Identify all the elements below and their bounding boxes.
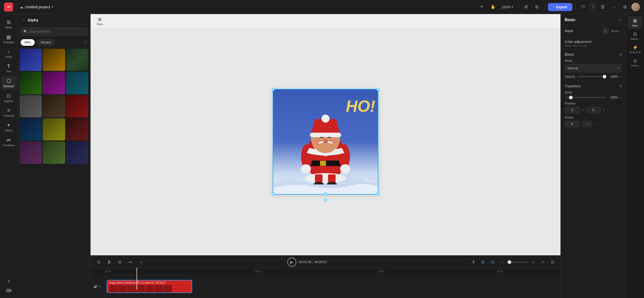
audio-split-button[interactable]: ⊞ [479, 258, 487, 266]
track-lane[interactable]: Happy Merry Christmas GIF by Hello All •… [105, 275, 560, 298]
gif-item[interactable] [20, 49, 42, 71]
mic-button[interactable]: 🎙 [469, 258, 477, 266]
sidebar-item-templates[interactable]: ▦ Templates [1, 32, 16, 46]
split-tool-button[interactable]: ⊡ [95, 258, 103, 266]
mask-row[interactable]: Mask ⊘ None › [561, 25, 626, 37]
position-y-input[interactable] [586, 107, 601, 113]
gif-item[interactable] [20, 72, 42, 94]
rotate-keyframe-button[interactable]: ◇ [594, 123, 596, 126]
play-button[interactable]: ▶ [287, 258, 296, 267]
gif-item[interactable] [43, 118, 65, 140]
gif-item[interactable] [43, 95, 65, 117]
opacity-slider[interactable] [577, 76, 606, 77]
gif-item[interactable] [66, 49, 88, 71]
download-button[interactable]: ↓▾ [137, 258, 145, 266]
gif-item[interactable] [20, 118, 42, 140]
zoom-in-button[interactable]: + [529, 258, 537, 266]
trim-button[interactable]: ⊟ [116, 258, 124, 266]
opacity-keyframe-button[interactable]: ◇ [620, 75, 622, 78]
track-thumb [164, 285, 172, 292]
stickers-filter-button[interactable]: Stickers [37, 39, 55, 46]
color-adjustment-row[interactable]: Color adjustment Basic,HSL,Curves › [561, 37, 626, 50]
gif-item[interactable] [43, 72, 65, 94]
rotate-handle[interactable] [324, 198, 327, 202]
templates-icon: ▦ [6, 34, 11, 40]
sidebar-item-transitions[interactable]: ⇌ Transitions [1, 135, 16, 149]
pencil-icon[interactable]: ✏ [99, 284, 102, 288]
help-button[interactable]: ? [590, 4, 596, 10]
gif-item[interactable] [20, 141, 42, 164]
position-x-label: X [582, 109, 584, 112]
cursor-tool-button[interactable]: ↖ [477, 3, 487, 12]
sidebar-item-audio[interactable]: ♪ Audio [1, 47, 16, 60]
keyboard-shortcuts-button[interactable]: ⌨ [1, 286, 16, 295]
svg-rect-13 [310, 133, 341, 137]
svg-point-17 [323, 139, 328, 143]
rotate-extra-input[interactable] [582, 121, 592, 127]
canvas-wrapper[interactable]: HO! [91, 28, 560, 255]
gif-item[interactable] [43, 49, 65, 71]
sidebar-item-captions[interactable]: ⊡ Captions [1, 91, 16, 105]
gif-item[interactable] [20, 95, 42, 117]
ratio-button[interactable]: ⊠ Ratio [94, 15, 106, 27]
delete-button[interactable]: 🗑 [105, 258, 113, 266]
blend-mode-select[interactable]: Normal ▾ [565, 64, 622, 72]
zoom-out-button[interactable]: − [498, 258, 506, 266]
right-panel-background[interactable]: ⊟ Backgr... [628, 29, 643, 42]
sidebar-item-text[interactable]: T Text [1, 61, 16, 75]
shield-button[interactable]: 🛡 [579, 3, 588, 12]
scale-slider[interactable] [565, 97, 606, 98]
zoom-slider-thumb[interactable] [508, 260, 511, 264]
blend-keyframe-button[interactable] [619, 53, 622, 56]
time-separator: | [312, 260, 313, 264]
back-button[interactable]: ← [22, 18, 26, 22]
export-button[interactable]: ↑ Export [548, 3, 572, 11]
rotate-value-input[interactable] [565, 121, 580, 127]
close-panel-button[interactable]: ✕ [619, 18, 622, 22]
captions-label: Captions [4, 100, 14, 103]
right-panel-smart-tools[interactable]: ⚡ Smart tools [628, 43, 643, 56]
audio-merge-button[interactable]: ⊟ [489, 258, 497, 266]
smart-tools-icon: ⚡ [632, 45, 638, 50]
gif-item[interactable] [66, 95, 88, 117]
layout-button[interactable]: ⊡ [548, 258, 556, 266]
gif-item[interactable] [66, 118, 88, 140]
gif-item[interactable] [66, 141, 88, 164]
gif-track[interactable]: Happy Merry Christmas GIF by Hello All •… [107, 280, 192, 293]
project-name-button[interactable]: ☁ Untitled project ▾ [19, 5, 53, 9]
opacity-thumb[interactable] [603, 75, 606, 78]
position-keyframe-button[interactable]: ◇ [607, 109, 609, 112]
divider [575, 4, 576, 10]
gif-item[interactable] [43, 141, 65, 164]
zoom-level-button[interactable]: 100% ▾ [500, 4, 515, 10]
svg-point-10 [301, 164, 311, 173]
sidebar-item-transcript[interactable]: ≡ Transcript [1, 106, 16, 119]
mask-none-label: None [611, 29, 619, 33]
transform-keyframe-button[interactable] [619, 85, 622, 87]
more-button[interactable]: ⋯ [609, 3, 618, 12]
volume-icon[interactable]: 🔊 [93, 284, 98, 288]
avatar[interactable] [631, 3, 640, 11]
position-label: Position [565, 102, 622, 105]
gifs-filter-button[interactable]: GIFs [21, 39, 35, 46]
canvas-frame[interactable]: HO! [273, 89, 378, 194]
scale-keyframe-button[interactable]: ◇ [620, 96, 622, 99]
undo-button[interactable]: ↺ [521, 3, 531, 12]
position-x-input[interactable] [565, 107, 580, 113]
sidebar-item-elements[interactable]: ⬡ Elements [1, 76, 16, 90]
flip-button[interactable]: ⇔ [126, 258, 134, 266]
scale-thumb[interactable] [569, 96, 573, 99]
menu-button[interactable]: ☰ [598, 3, 607, 12]
fullscreen-button[interactable]: ⤢ [539, 258, 547, 266]
info-icon[interactable]: ⓘ [84, 40, 87, 45]
right-panel-animate[interactable]: ◎ Animat... [628, 56, 643, 69]
hand-tool-button[interactable]: ✋ [489, 3, 498, 12]
search-input[interactable] [29, 30, 85, 33]
collapse-sidebar-button[interactable]: ∨ [1, 276, 16, 285]
split-view-button[interactable]: ⊟ [620, 3, 629, 12]
redo-button[interactable]: ↻ [533, 3, 542, 12]
gif-item[interactable] [66, 72, 88, 94]
right-panel-basic[interactable]: ⊞ Basic [628, 16, 643, 29]
sidebar-item-effects[interactable]: ✦ Effects [1, 120, 16, 134]
sidebar-item-media[interactable]: ⊞ Media [1, 17, 16, 31]
